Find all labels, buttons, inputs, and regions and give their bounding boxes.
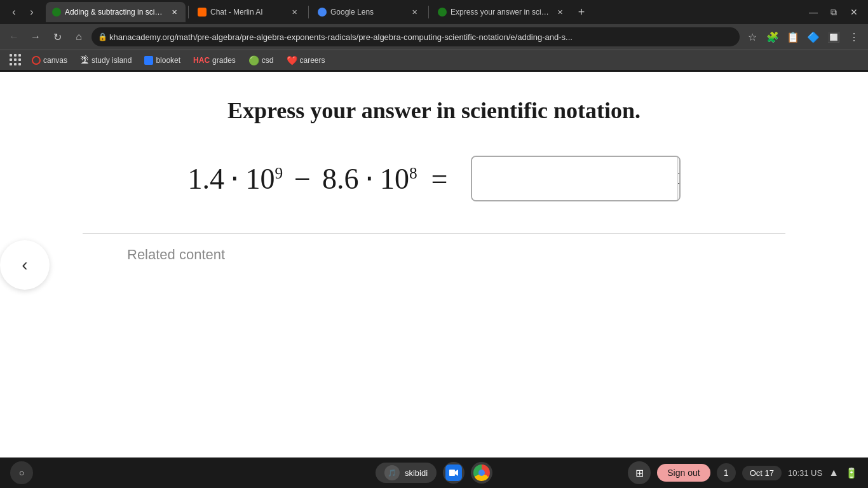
- tab-favicon-1: [52, 8, 61, 17]
- back-button[interactable]: ←: [5, 28, 23, 46]
- tab-google-lens[interactable]: Google Lens ✕: [311, 2, 426, 22]
- question-title: Express your answer in scientific notati…: [227, 97, 641, 124]
- bookmark-study-island-label: study island: [92, 56, 132, 65]
- time-label: 10:31 US: [788, 468, 822, 478]
- left-nav-arrow[interactable]: ‹: [0, 240, 50, 290]
- math-equals: =: [431, 162, 448, 196]
- meet-icon: [445, 464, 462, 481]
- math-minus: −: [294, 162, 311, 196]
- tab-label-4: Express your answer in scienti: [451, 8, 551, 17]
- restore-button[interactable]: ⧉: [825, 3, 843, 21]
- notification-badge[interactable]: 1: [717, 463, 736, 482]
- related-content-title: Related content: [127, 247, 741, 263]
- math-tools-button[interactable]: −× +=: [677, 157, 681, 200]
- ka-content: ‹ Express your answer in scientific nota…: [0, 72, 868, 458]
- bookmark-canvas[interactable]: canvas: [27, 55, 72, 66]
- math-tools-grid: −× +=: [678, 169, 681, 188]
- bookmark-button[interactable]: ☆: [743, 28, 761, 46]
- careers-icon: ❤️: [287, 55, 297, 65]
- new-tab-button[interactable]: +: [573, 3, 590, 21]
- taskbar-app-skibidi[interactable]: 🎵 skibidi: [376, 463, 437, 483]
- extension-button-4[interactable]: 🔲: [825, 28, 843, 46]
- close-button[interactable]: ✕: [845, 3, 863, 21]
- csd-icon: 🟢: [248, 55, 259, 65]
- main-content: ‹ Express your answer in scientific nota…: [0, 70, 868, 458]
- tab-favicon-4: [438, 8, 447, 17]
- apps-button[interactable]: [6, 51, 24, 69]
- left-chevron-icon: ‹: [22, 255, 27, 275]
- browser-chrome: ‹ › Adding & subtracting in scienti ✕ Ch…: [0, 0, 868, 70]
- taskbar-center: 🎵 skibidi: [376, 462, 492, 484]
- url-input[interactable]: [92, 27, 740, 46]
- separator-line: [83, 233, 785, 234]
- tab-khan-active[interactable]: Adding & subtracting in scienti ✕: [46, 2, 186, 22]
- bookmark-canvas-label: canvas: [43, 56, 67, 65]
- tab-close-1[interactable]: ✕: [169, 7, 179, 17]
- tab-close-4[interactable]: ✕: [555, 7, 565, 17]
- bookmark-careers[interactable]: ❤️ careers: [281, 54, 330, 67]
- lock-icon: 🔒: [98, 32, 107, 41]
- tab-label-3: Google Lens: [330, 8, 405, 17]
- url-bar-container: 🔒: [92, 27, 740, 46]
- extension-button-2[interactable]: 📋: [784, 28, 802, 46]
- taskbar-screen-button[interactable]: ⊞: [628, 461, 651, 484]
- skibidi-icon: 🎵: [384, 465, 400, 480]
- ka-page: ‹ Express your answer in scientific nota…: [0, 72, 868, 458]
- math-term-1: 1.4 ⋅ 109: [187, 161, 283, 196]
- sign-out-button[interactable]: Sign out: [657, 464, 710, 482]
- forward-button[interactable]: →: [27, 28, 44, 46]
- tab-separator-2: [308, 6, 309, 18]
- minimize-button[interactable]: —: [804, 3, 822, 21]
- canvas-icon: [32, 56, 41, 65]
- tab-label-1: Adding & subtracting in scienti: [65, 8, 165, 17]
- bookmark-blooket-label: blooket: [156, 56, 180, 65]
- battery-icon: 🔋: [845, 467, 858, 479]
- bookmark-grades-label: grades: [212, 56, 236, 65]
- taskbar-date[interactable]: Oct 17: [742, 466, 782, 480]
- tab-forward-arrow[interactable]: ›: [23, 3, 41, 21]
- date-label: Oct 17: [750, 468, 774, 478]
- tab-khan-2[interactable]: Express your answer in scienti ✕: [431, 2, 571, 22]
- menu-button[interactable]: ⋮: [845, 28, 863, 46]
- math-term-2: 8.6 ⋅ 108: [322, 161, 417, 196]
- reload-button[interactable]: ↻: [48, 28, 66, 46]
- bookmark-csd-label: csd: [262, 56, 274, 65]
- tab-label-2: Chat - Merlin AI: [210, 8, 285, 17]
- home-button[interactable]: ⌂: [70, 28, 88, 46]
- bookmark-careers-label: careers: [300, 56, 325, 65]
- tab-merlin[interactable]: Chat - Merlin AI ✕: [191, 2, 306, 22]
- tab-separator-3: [428, 6, 429, 18]
- answer-input[interactable]: [472, 157, 677, 200]
- taskbar-start-button[interactable]: ○: [10, 461, 33, 484]
- math-expression: 1.4 ⋅ 109 − 8.6 ⋅ 108 =: [187, 161, 458, 196]
- bookmark-study-island[interactable]: 🏝 study island: [75, 54, 137, 67]
- chrome-icon: [473, 464, 490, 481]
- taskbar-app-skibidi-label: skibidi: [405, 468, 428, 478]
- taskbar-app-meet[interactable]: [443, 462, 465, 484]
- math-expression-row: 1.4 ⋅ 109 − 8.6 ⋅ 108 = −× +=: [187, 156, 680, 201]
- grades-icon: HAC: [193, 56, 210, 65]
- svg-marker-1: [455, 470, 458, 476]
- bookmark-grades[interactable]: HAC grades: [188, 55, 241, 66]
- bookmark-blooket[interactable]: blooket: [139, 55, 186, 66]
- address-bar: ← → ↻ ⌂ 🔒 ☆ 🧩 📋 🔷 🔲 ⋮: [0, 24, 868, 50]
- tab-close-2[interactable]: ✕: [289, 7, 299, 17]
- wifi-icon: ▲: [829, 467, 839, 478]
- related-content-section: Related content: [64, 240, 804, 269]
- tab-favicon-3: [318, 8, 327, 17]
- bookmark-csd[interactable]: 🟢 csd: [243, 54, 279, 67]
- start-icon: ○: [19, 468, 24, 478]
- blooket-icon: [144, 56, 153, 65]
- study-island-icon: 🏝: [80, 55, 89, 65]
- svg-rect-0: [449, 470, 455, 476]
- window-controls: — ⧉ ✕: [804, 3, 863, 21]
- tab-close-3[interactable]: ✕: [409, 7, 419, 17]
- taskbar-app-chrome[interactable]: [471, 462, 492, 484]
- extension-button-1[interactable]: 🧩: [764, 28, 782, 46]
- extension-button-3[interactable]: 🔷: [804, 28, 822, 46]
- taskbar-right: ⊞ Sign out 1 Oct 17 10:31 US ▲ 🔋: [628, 461, 858, 484]
- notification-count: 1: [724, 468, 729, 478]
- tab-favicon-2: [198, 8, 207, 17]
- tab-back-arrow[interactable]: ‹: [5, 3, 23, 21]
- taskbar: ○ 🎵 skibidi ⊞ Sign ou: [0, 458, 868, 488]
